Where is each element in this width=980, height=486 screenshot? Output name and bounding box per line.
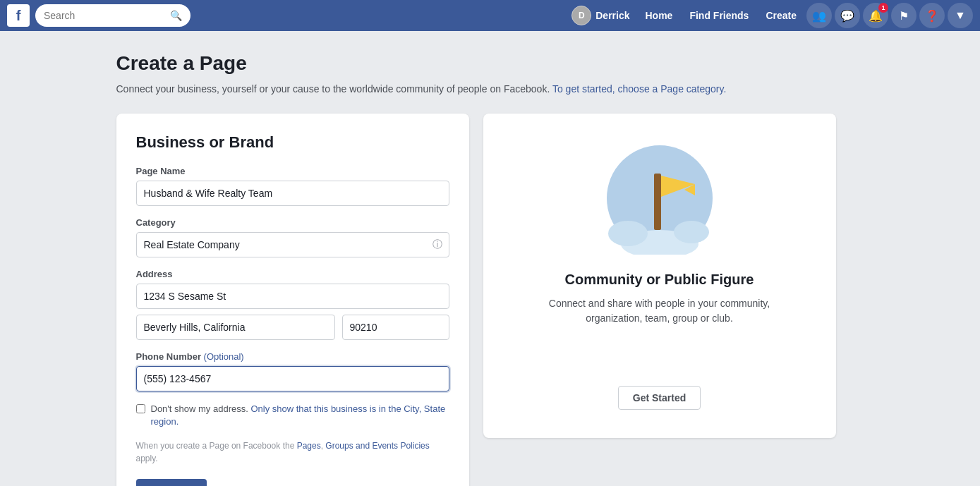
hide-address-checkbox[interactable]	[136, 404, 145, 413]
get-started-button[interactable]: Get Started	[618, 386, 701, 410]
address-group: Address	[136, 269, 449, 340]
avatar: D	[571, 6, 591, 25]
find-friends-link[interactable]: Find Friends	[682, 7, 756, 24]
page-subtitle: Connect your business, yourself or your …	[116, 82, 864, 97]
address-city-input[interactable]	[136, 315, 335, 340]
hide-address-row: Don't show my address. Only show that th…	[136, 403, 449, 428]
continue-button[interactable]: Continue	[136, 479, 207, 486]
community-card-title: Community or Public Figure	[565, 272, 754, 288]
address-street-input[interactable]	[136, 284, 449, 309]
category-help-icon[interactable]: ⓘ	[432, 238, 442, 251]
community-card: Community or Public Figure Connect and s…	[483, 114, 836, 438]
address-zip-input[interactable]	[342, 315, 449, 340]
main-content: Create a Page Connect your business, you…	[102, 31, 878, 486]
subtitle-text: Connect your business, yourself or your …	[116, 83, 550, 95]
messenger-icon-button[interactable]: 💬	[835, 3, 860, 28]
friends-icon: 👥	[812, 9, 826, 23]
category-label: Category	[136, 217, 449, 228]
svg-rect-4	[654, 174, 661, 230]
messenger-icon: 💬	[840, 9, 854, 23]
groups-events-link[interactable]: Groups and Events Policies	[325, 441, 429, 451]
notification-badge: 1	[878, 3, 888, 13]
phone-input[interactable]	[136, 366, 449, 391]
hide-address-label: Don't show my address. Only show that th…	[151, 403, 449, 428]
community-illustration	[603, 142, 716, 255]
phone-label: Phone Number (Optional)	[136, 351, 449, 362]
notifications-icon-button[interactable]: 🔔 1	[863, 3, 888, 28]
address-label: Address	[136, 269, 449, 279]
category-group: Category ⓘ	[136, 217, 449, 257]
nav-user[interactable]: D Derrick	[566, 3, 635, 28]
nav-items: D Derrick Home Find Friends Create 👥 💬 🔔…	[566, 3, 973, 28]
navbar: f 🔍 D Derrick Home Find Friends Create 👥…	[0, 0, 980, 31]
category-input[interactable]	[136, 232, 449, 257]
dropdown-icon-button[interactable]: ▼	[948, 3, 973, 28]
page-title: Create a Page	[116, 52, 864, 75]
category-input-wrap: ⓘ	[136, 232, 449, 257]
page-name-label: Page Name	[136, 166, 449, 176]
search-input[interactable]	[44, 10, 166, 21]
search-icon: 🔍	[170, 10, 182, 21]
groups-icon: ⚑	[899, 9, 909, 23]
facebook-logo[interactable]: f	[7, 4, 30, 27]
svg-point-2	[608, 221, 648, 246]
phone-group: Phone Number (Optional)	[136, 351, 449, 391]
help-icon-button[interactable]: ❓	[919, 3, 945, 28]
community-card-desc: Connect and share with people in your co…	[540, 296, 780, 326]
home-link[interactable]: Home	[639, 7, 680, 24]
dropdown-icon: ▼	[955, 9, 966, 22]
groups-icon-button[interactable]: ⚑	[891, 3, 917, 28]
help-icon: ❓	[925, 9, 939, 23]
search-bar[interactable]: 🔍	[35, 4, 190, 27]
business-section-title: Business or Brand	[136, 133, 449, 152]
page-name-group: Page Name	[136, 166, 449, 206]
page-name-input[interactable]	[136, 181, 449, 206]
nav-username: Derrick	[595, 10, 629, 21]
terms-text: When you create a Page on Facebook the P…	[136, 439, 449, 465]
pages-link[interactable]: Pages	[297, 441, 321, 451]
friends-icon-button[interactable]: 👥	[806, 3, 832, 28]
subtitle-link[interactable]: To get started, choose a Page category.	[552, 83, 726, 95]
cards-row: Business or Brand Page Name Category ⓘ A…	[116, 114, 864, 486]
address-city-zip-row	[136, 315, 449, 340]
business-card: Business or Brand Page Name Category ⓘ A…	[116, 114, 469, 486]
svg-point-3	[674, 221, 709, 243]
create-link[interactable]: Create	[758, 7, 804, 24]
